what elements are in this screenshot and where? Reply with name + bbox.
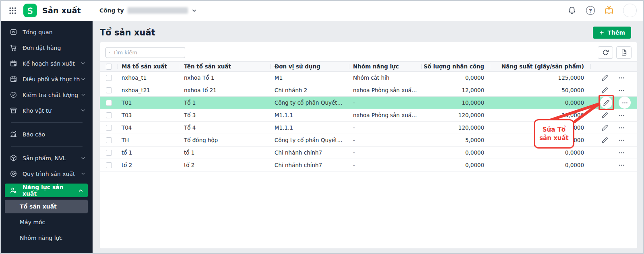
more-actions-button[interactable] <box>615 72 627 84</box>
table-row[interactable]: tổ 2 tổ 2 Chi nhánh chính7 - 0,0000 0,00… <box>100 159 637 171</box>
column-header[interactable]: Tên tổ sản xuất <box>180 62 270 71</box>
cell-group: - <box>349 99 421 106</box>
row-checkbox[interactable] <box>106 87 112 93</box>
cell-workers: 12,0000 <box>421 87 490 93</box>
ellipsis-icon <box>618 162 625 169</box>
search-input[interactable] <box>113 50 182 56</box>
sidebar-subitem-label: Nhóm năng lực <box>20 235 62 241</box>
pencil-icon <box>603 99 610 106</box>
add-button-label: Thêm <box>607 29 625 36</box>
sidebar-divider <box>11 122 83 123</box>
sidebar-item-label: Điều phối và thực thi <box>23 76 80 83</box>
row-checkbox[interactable] <box>106 100 112 106</box>
sidebar-item-tong-quan[interactable]: Tổng quan <box>0 24 93 40</box>
more-actions-button[interactable] <box>615 134 627 146</box>
edit-button[interactable] <box>599 84 611 96</box>
sidebar-item-quy-trinh-san-xuat[interactable]: Quy trình sản xuất <box>0 166 93 182</box>
select-all-checkbox[interactable] <box>106 64 112 70</box>
search-icon <box>109 50 110 56</box>
warehouse-icon <box>10 107 17 114</box>
edit-button[interactable] <box>599 72 611 84</box>
more-actions-button[interactable] <box>615 159 627 171</box>
row-checkbox[interactable] <box>106 150 112 156</box>
more-actions-button[interactable] <box>615 122 627 134</box>
cell-code: TH <box>118 137 180 143</box>
sidebar-item-bao-cao[interactable]: Báo cáo <box>0 126 93 142</box>
user-avatar[interactable] <box>623 4 637 17</box>
company-selector[interactable]: Công ty <box>99 7 197 14</box>
export-file-icon <box>621 49 627 56</box>
ellipsis-icon <box>618 87 625 94</box>
sidebar-item-don-dat-hang[interactable]: Đơn đặt hàng <box>0 40 93 56</box>
add-button[interactable]: Thêm <box>593 27 631 39</box>
sidebar-item-ke-hoach-san-xuat[interactable]: Kế hoạch sản xuất <box>0 56 93 71</box>
learning-center-icon[interactable] <box>604 5 614 16</box>
edit-button[interactable] <box>599 134 611 146</box>
edit-button[interactable] <box>599 109 611 121</box>
table-row-selected[interactable]: T01 Tổ 1 Công ty cổ phần Quyết... - 10,0… <box>100 97 637 109</box>
row-checkbox[interactable] <box>106 137 112 143</box>
ellipsis-icon <box>618 124 625 131</box>
process-icon <box>10 170 17 178</box>
chevron-down-icon <box>80 171 86 177</box>
column-header[interactable]: Nhóm năng lực <box>349 62 421 71</box>
notifications-bell-icon[interactable] <box>567 5 577 16</box>
cell-code: T01 <box>118 99 180 106</box>
table-header: Mã tổ sản xuất Tên tổ sản xuất Đơn vị sử… <box>100 61 637 72</box>
sidebar-item-kiem-tra-chat-luong[interactable]: Kiểm tra chất lượng <box>0 87 93 103</box>
calendar-execute-icon <box>10 75 17 83</box>
column-header[interactable]: Năng suất (giây/sản phẩm) <box>490 62 590 71</box>
row-checkbox[interactable] <box>106 162 112 168</box>
more-actions-button[interactable] <box>615 84 627 96</box>
cell-group: Nhóm cắt hih <box>349 74 421 81</box>
more-actions-button[interactable] <box>615 147 627 159</box>
cell-code: tổ 1 <box>118 149 180 156</box>
cell-unit: Chi nhánh chính7 <box>270 149 349 156</box>
cell-workers: 0,0000 <box>421 74 490 81</box>
sidebar-item-dieu-phoi-va-thuc-thi[interactable]: Điều phối và thực thi <box>0 71 93 87</box>
company-label: Công ty <box>99 7 124 14</box>
sidebar-item-label: Sản phẩm, NVL <box>23 155 80 161</box>
row-checkbox[interactable] <box>106 125 112 131</box>
column-header[interactable]: Mã tổ sản xuất <box>118 62 180 71</box>
help-glyph: ? <box>589 8 592 14</box>
sidebar-item-san-pham-nvl[interactable]: Sản phẩm, NVL <box>0 150 93 166</box>
cell-group: - <box>349 137 421 143</box>
cell-workers: 120,0000 <box>421 124 490 131</box>
column-header[interactable]: Đơn vị sử dụng <box>270 62 349 71</box>
edit-button[interactable] <box>599 122 611 134</box>
search-box <box>105 47 185 58</box>
sidebar: Tổng quan Đơn đặt hàng Kế hoạch sản xuất… <box>0 21 93 254</box>
sidebar-item-nang-luc-san-xuat[interactable]: Năng lực sản xuất <box>5 184 88 197</box>
more-actions-button[interactable] <box>619 97 631 109</box>
table-row[interactable]: nxhoa_t21 nxhoa tổ 21 Chi nhánh 2 nxhoa … <box>100 84 637 97</box>
export-button[interactable] <box>616 46 632 59</box>
chevron-down-icon <box>191 8 197 14</box>
pencil-icon <box>601 137 608 144</box>
pencil-icon <box>601 87 608 94</box>
cell-unit: Công ty cổ phần Quyết... <box>270 99 349 106</box>
pencil-icon <box>601 124 608 131</box>
chevron-down-icon <box>80 155 86 161</box>
ellipsis-icon <box>621 99 628 106</box>
sidebar-subitem-to-san-xuat[interactable]: Tổ sản xuất <box>5 200 88 213</box>
refresh-button[interactable] <box>598 46 613 59</box>
row-checkbox[interactable] <box>106 112 112 118</box>
cell-group: - <box>349 149 421 156</box>
help-icon[interactable]: ? <box>586 6 595 15</box>
sidebar-item-kho-vat-tu[interactable]: Kho vật tư <box>0 103 93 118</box>
cell-workers: 5,0000 <box>421 137 490 143</box>
cell-productivity: 0,0000 <box>490 99 590 106</box>
sidebar-item-label: Kiểm tra chất lượng <box>23 92 80 98</box>
row-checkbox[interactable] <box>106 75 112 81</box>
sidebar-item-label: Năng lực sản xuất <box>23 184 78 197</box>
more-actions-button[interactable] <box>615 109 627 121</box>
sidebar-subitem-may-moc[interactable]: Máy móc <box>0 214 93 230</box>
edit-button[interactable] <box>600 97 612 109</box>
app-grid-icon[interactable] <box>7 5 18 16</box>
sidebar-subitem-nhom-nang-luc[interactable]: Nhóm năng lực <box>0 230 93 246</box>
table-row[interactable]: nxhoa_t1 nxhoa Tổ 1 M1 Nhóm cắt hih 0,00… <box>100 72 637 84</box>
column-header[interactable]: Số lượng nhân công <box>421 62 490 71</box>
cell-workers: 0,0000 <box>421 149 490 156</box>
cell-name: Tổ 1 <box>180 99 270 106</box>
